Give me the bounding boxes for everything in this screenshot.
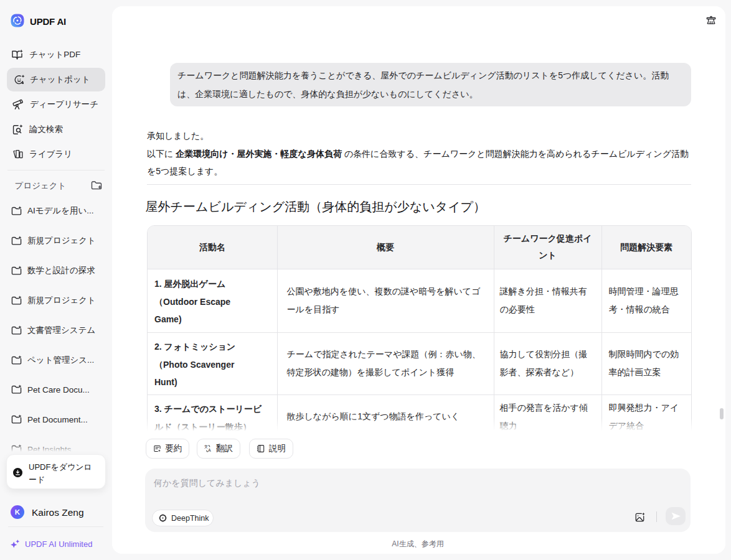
svg-text:文: 文 — [204, 444, 208, 449]
svg-text:A: A — [208, 448, 211, 452]
